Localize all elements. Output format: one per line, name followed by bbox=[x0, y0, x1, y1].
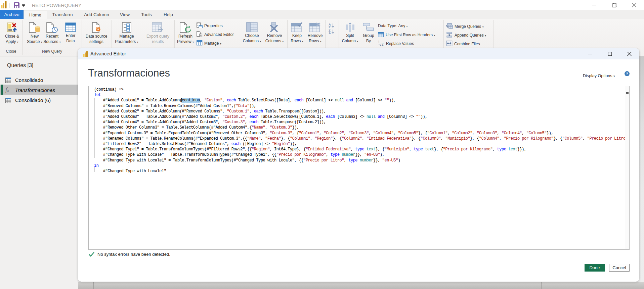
svg-text:2: 2 bbox=[382, 43, 384, 46]
svg-text:A: A bbox=[329, 31, 331, 34]
svg-text:1: 1 bbox=[378, 41, 380, 44]
svg-text:?: ? bbox=[626, 72, 628, 76]
svg-text:Z: Z bbox=[329, 25, 331, 28]
